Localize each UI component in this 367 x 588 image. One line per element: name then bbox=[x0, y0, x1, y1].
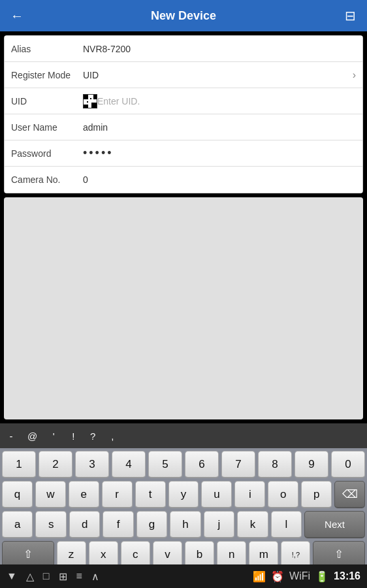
key-comma-special[interactable]: , bbox=[106, 429, 118, 443]
form-container: Alias NVR8-7200 Register Mode UID › UID … bbox=[4, 35, 363, 193]
key-g[interactable]: g bbox=[136, 511, 167, 538]
uid-row[interactable]: UID Enter UID. bbox=[5, 88, 362, 114]
password-label: Password bbox=[11, 148, 83, 159]
key-d[interactable]: d bbox=[69, 511, 100, 538]
keyboard-topbar: - @ ' ! ? , bbox=[0, 423, 367, 448]
key-p[interactable]: p bbox=[301, 481, 332, 508]
key-2[interactable]: 2 bbox=[39, 451, 72, 478]
key-a[interactable]: a bbox=[2, 511, 33, 538]
status-bar: ▼ △ □ ⊞ ≡ ∧ 📶 ⏰ WiFi 🔋 13:16 bbox=[0, 564, 367, 588]
key-s[interactable]: s bbox=[35, 511, 66, 538]
key-7[interactable]: 7 bbox=[221, 451, 255, 478]
key-k[interactable]: k bbox=[237, 511, 268, 538]
page-title: New Device bbox=[26, 9, 341, 23]
key-apostrophe[interactable]: ' bbox=[48, 429, 59, 443]
empty-area bbox=[4, 197, 363, 419]
key-1[interactable]: 1 bbox=[2, 451, 36, 478]
key-9[interactable]: 9 bbox=[295, 451, 328, 478]
save-icon[interactable]: ⊟ bbox=[341, 8, 359, 24]
key-w[interactable]: w bbox=[35, 481, 66, 508]
register-mode-value: UID bbox=[83, 70, 353, 80]
wifi-icon: WiFi bbox=[289, 570, 310, 582]
back-icon[interactable]: ← bbox=[8, 8, 26, 24]
keyboard-row-numbers: 1 2 3 4 5 6 7 8 9 0 bbox=[2, 451, 365, 478]
nav-recent-icon[interactable]: □ bbox=[43, 570, 50, 582]
key-5[interactable]: 5 bbox=[148, 451, 182, 478]
camera-no-value: 0 bbox=[83, 174, 356, 185]
key-4[interactable]: 4 bbox=[112, 451, 146, 478]
alias-row[interactable]: Alias NVR8-7200 bbox=[5, 36, 362, 62]
register-mode-row[interactable]: Register Mode UID › bbox=[5, 62, 362, 88]
password-value: ••••• bbox=[83, 146, 356, 160]
nav-home-icon[interactable]: △ bbox=[26, 570, 34, 583]
nav-back-icon[interactable]: ▼ bbox=[7, 570, 17, 582]
alias-value: NVR8-7200 bbox=[83, 44, 356, 54]
key-l[interactable]: l bbox=[271, 511, 302, 538]
key-at[interactable]: @ bbox=[25, 429, 40, 443]
key-i[interactable]: i bbox=[234, 481, 265, 508]
key-next[interactable]: Next bbox=[304, 511, 365, 538]
title-bar: ← New Device ⊟ bbox=[0, 0, 367, 31]
keyboard-row-asdf: a s d f g h j k l Next bbox=[2, 511, 365, 538]
key-f[interactable]: f bbox=[103, 511, 133, 538]
keyboard-row-qwerty: q w e r t y u i o p ⌫ bbox=[2, 481, 365, 508]
password-row[interactable]: Password ••••• bbox=[5, 140, 362, 167]
key-y[interactable]: y bbox=[168, 481, 199, 508]
key-j[interactable]: j bbox=[204, 511, 234, 538]
battery-icon: 🔋 bbox=[315, 570, 328, 583]
status-left: ▼ △ □ ⊞ ≡ ∧ bbox=[7, 570, 99, 583]
key-exclamation[interactable]: ! bbox=[67, 429, 79, 443]
register-mode-arrow: › bbox=[353, 69, 356, 81]
key-6[interactable]: 6 bbox=[185, 451, 219, 478]
uid-label: UID bbox=[11, 96, 83, 106]
camera-no-row[interactable]: Camera No. 0 bbox=[5, 167, 362, 193]
nav-grid-icon[interactable]: ⊞ bbox=[59, 570, 67, 583]
username-row[interactable]: User Name admin bbox=[5, 114, 362, 140]
status-time: 13:16 bbox=[334, 570, 360, 582]
qr-scan-icon[interactable] bbox=[83, 94, 97, 108]
register-mode-label: Register Mode bbox=[11, 70, 83, 80]
nav-up-icon[interactable]: ∧ bbox=[91, 570, 99, 583]
key-backspace[interactable]: ⌫ bbox=[334, 481, 365, 508]
status-right: 📶 ⏰ WiFi 🔋 13:16 bbox=[253, 570, 360, 583]
key-dash[interactable]: - bbox=[5, 429, 17, 443]
camera-no-label: Camera No. bbox=[11, 174, 83, 185]
key-e[interactable]: e bbox=[69, 481, 99, 508]
uid-input[interactable]: Enter UID. bbox=[97, 96, 356, 106]
key-3[interactable]: 3 bbox=[75, 451, 109, 478]
nav-menu-icon[interactable]: ≡ bbox=[76, 570, 82, 582]
signal-icon: 📶 bbox=[253, 570, 266, 583]
key-h[interactable]: h bbox=[170, 511, 200, 538]
key-8[interactable]: 8 bbox=[258, 451, 292, 478]
key-question[interactable]: ? bbox=[87, 429, 99, 443]
key-q[interactable]: q bbox=[2, 481, 33, 508]
username-value: admin bbox=[83, 122, 356, 133]
key-u[interactable]: u bbox=[201, 481, 232, 508]
key-r[interactable]: r bbox=[102, 481, 133, 508]
username-label: User Name bbox=[11, 122, 83, 133]
alias-label: Alias bbox=[11, 44, 83, 54]
key-o[interactable]: o bbox=[268, 481, 298, 508]
key-0[interactable]: 0 bbox=[331, 451, 365, 478]
key-t[interactable]: t bbox=[135, 481, 166, 508]
alarm-icon: ⏰ bbox=[271, 570, 284, 583]
